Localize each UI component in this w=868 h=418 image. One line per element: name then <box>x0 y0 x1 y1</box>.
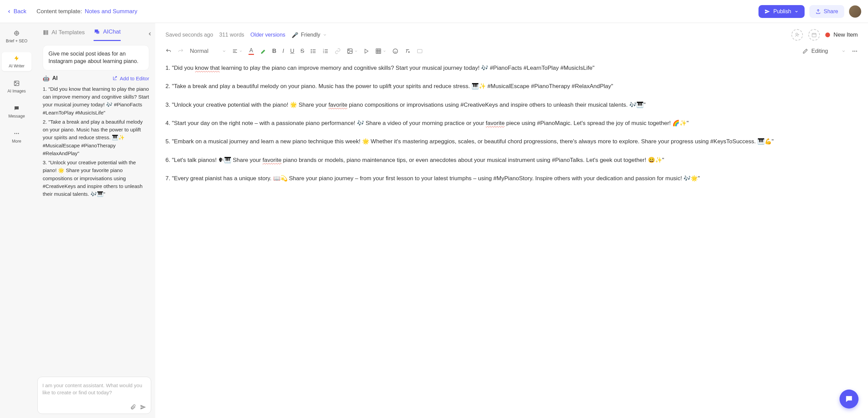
chevron-down-icon <box>239 49 242 53</box>
bullet-list-icon <box>310 48 316 54</box>
rail-brief-seo[interactable]: Brief + SEO <box>2 27 32 46</box>
back-button[interactable]: Back <box>7 8 26 15</box>
document-body[interactable]: 1. "Did you know that learning to play t… <box>155 60 868 418</box>
ai-item: 3. "Unlock your creative potential with … <box>43 159 149 198</box>
svg-point-25 <box>856 51 857 52</box>
ai-item: 1. "Did you know that learning to play t… <box>43 85 149 117</box>
strikethrough-button[interactable]: S <box>300 48 304 55</box>
paperclip-icon <box>130 404 136 410</box>
add-to-editor-button[interactable]: Add to Editor <box>112 76 149 81</box>
paragraph-style-dropdown[interactable]: Normal <box>190 48 226 55</box>
emoji-button[interactable] <box>392 48 398 54</box>
rail-message[interactable]: Message <box>2 102 32 121</box>
underline-button[interactable]: U <box>290 48 294 55</box>
clear-format-icon <box>405 48 411 54</box>
doc-paragraph[interactable]: 7. "Every great pianist has a unique sto… <box>165 174 854 183</box>
chevron-left-icon <box>147 31 153 37</box>
chevron-down-icon <box>354 49 358 53</box>
ai-response: 1. "Did you know that learning to play t… <box>43 85 149 198</box>
numbered-list-icon: 123 <box>322 48 329 54</box>
attachment-button[interactable] <box>130 404 136 410</box>
template-name[interactable]: Notes and Summary <box>85 8 137 15</box>
calendar-icon <box>811 32 817 38</box>
code-button[interactable] <box>417 48 423 54</box>
person-plus-icon <box>794 32 800 38</box>
template-label: Content template: <box>37 8 82 15</box>
chat-panel: AI Templates AIChat Give me social post … <box>33 23 155 418</box>
support-chat-button[interactable] <box>840 390 859 409</box>
video-button[interactable] <box>364 48 369 54</box>
image-dropdown[interactable] <box>347 48 358 54</box>
doc-paragraph[interactable]: 1. "Did you know that learning to play t… <box>165 64 854 72</box>
older-versions-link[interactable]: Older versions <box>250 32 285 38</box>
svg-rect-22 <box>418 49 422 53</box>
image-icon <box>347 48 353 54</box>
tab-ai-chat[interactable]: AIChat <box>94 28 121 41</box>
svg-point-1 <box>16 33 18 34</box>
ai-item: 2. "Take a break and play a beautiful me… <box>43 118 149 157</box>
doc-paragraph[interactable]: 4. "Start your day on the right note – w… <box>165 119 854 128</box>
pencil-icon <box>803 48 808 54</box>
template-info: Content template: Notes and Summary <box>37 8 137 15</box>
svg-rect-7 <box>43 30 45 35</box>
svg-point-6 <box>18 133 19 134</box>
svg-text:3: 3 <box>323 51 324 54</box>
table-dropdown[interactable] <box>375 48 386 54</box>
doc-paragraph[interactable]: 3. "Unlock your creative potential with … <box>165 101 854 109</box>
editor-toolbar: Normal A B I U S 123 Editing <box>155 45 868 60</box>
chevron-down-icon <box>222 49 226 53</box>
rail-ai-writer[interactable]: AI Writer <box>2 52 32 71</box>
align-left-icon <box>232 48 238 54</box>
highlight-button[interactable] <box>260 48 266 54</box>
svg-point-14 <box>311 53 312 53</box>
svg-point-23 <box>852 51 853 52</box>
send-button[interactable] <box>140 404 146 410</box>
more-icon <box>13 130 20 137</box>
emoji-icon <box>392 48 398 54</box>
collapse-panel-button[interactable] <box>147 31 153 37</box>
add-collaborator-button[interactable] <box>791 29 803 41</box>
link-button[interactable] <box>335 48 341 54</box>
target-icon <box>13 30 20 37</box>
italic-button[interactable]: I <box>282 48 284 55</box>
doc-paragraph[interactable]: 2. "Take a break and play a beautiful me… <box>165 82 854 91</box>
more-toolbar-button[interactable] <box>852 48 858 54</box>
font-color-button[interactable]: A <box>249 47 254 55</box>
bullet-list-button[interactable] <box>310 48 316 54</box>
edit-mode-dropdown[interactable]: Editing <box>803 48 846 54</box>
numbered-list-button[interactable]: 123 <box>322 48 329 54</box>
svg-point-19 <box>349 50 350 51</box>
mic-icon: 🎤 <box>292 32 298 38</box>
edit-mode-label: Editing <box>811 48 828 54</box>
clear-format-button[interactable] <box>405 48 411 54</box>
rail-more[interactable]: More <box>2 127 32 146</box>
highlighter-icon <box>260 48 266 54</box>
tone-selector[interactable]: 🎤 Friendly <box>292 32 327 38</box>
rail-ai-images[interactable]: AI Images <box>2 77 32 96</box>
item-status[interactable]: New Item <box>825 32 858 38</box>
user-avatar[interactable] <box>849 5 861 18</box>
back-label: Back <box>14 8 26 15</box>
tab-ai-templates[interactable]: AI Templates <box>43 28 85 41</box>
more-icon <box>852 48 858 54</box>
svg-point-24 <box>854 51 855 52</box>
align-dropdown[interactable] <box>232 48 242 54</box>
redo-icon <box>178 48 184 54</box>
publish-label: Publish <box>773 8 791 15</box>
rail-label: AI Writer <box>9 64 24 68</box>
chat-icon <box>94 28 100 35</box>
share-button[interactable]: Share <box>809 5 844 18</box>
chat-input[interactable]: I am your content assistant. What would … <box>37 377 151 414</box>
bold-button[interactable]: B <box>272 48 276 55</box>
svg-rect-11 <box>812 33 816 37</box>
add-deadline-button[interactable] <box>808 29 820 41</box>
publish-button[interactable]: Publish <box>758 5 805 18</box>
upload-icon <box>815 9 821 14</box>
add-to-editor-icon <box>112 76 118 81</box>
rail-label: Brief + SEO <box>6 39 27 43</box>
doc-paragraph[interactable]: 5. "Embark on a musical journey and lear… <box>165 137 854 146</box>
undo-button[interactable] <box>165 48 172 54</box>
redo-button[interactable] <box>178 48 184 54</box>
svg-point-21 <box>393 49 398 54</box>
doc-paragraph[interactable]: 6. "Let's talk pianos! 🗣🎹 Share your fav… <box>165 156 854 165</box>
